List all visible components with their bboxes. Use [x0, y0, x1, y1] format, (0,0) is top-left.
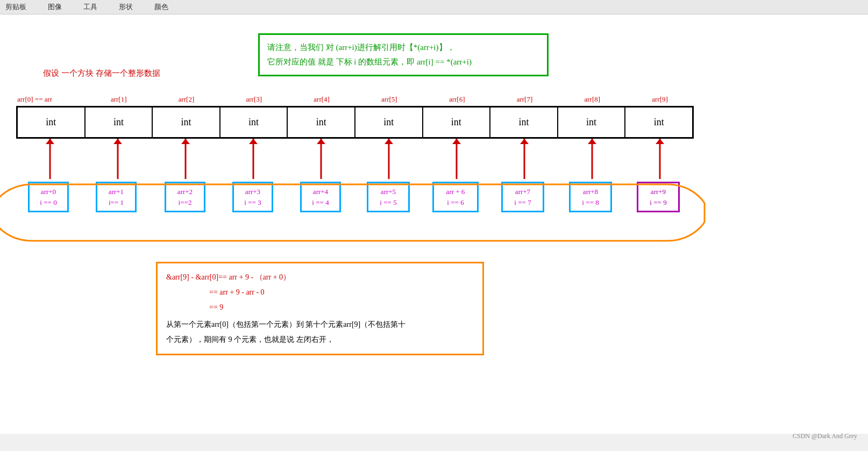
toolbar: 剪贴板 图像 工具 形状 颜色	[0, 0, 868, 15]
toolbar-colors: 颜色	[154, 2, 168, 12]
toolbar-tools: 工具	[83, 2, 97, 12]
assumption-text: 假设 一个方块 存储一个整形数据	[43, 68, 160, 78]
watermark: CSDN @Dark And Grey	[793, 432, 857, 434]
toolbar-image: 图像	[48, 2, 62, 12]
label-0: arr[0] == arr	[16, 95, 85, 104]
formula-line5: 个元素），期间有 9 个元素，也就是说 左闭右开，	[166, 332, 474, 347]
cell-3: int	[220, 108, 288, 137]
labels-row: arr[0] == arr arr[1] arr[2] arr[3] arr[4…	[16, 95, 694, 104]
label-5: arr[5]	[355, 95, 423, 104]
formula-line4: 从第一个元素arr[0]（包括第一个元素）到 第十个元素arr[9]（不包括第十	[166, 317, 474, 332]
cell-5: int	[355, 108, 423, 137]
orange-enclosure-svg	[0, 166, 710, 252]
svg-marker-17	[588, 139, 596, 144]
array-row: int int int int int int int int int int	[16, 106, 694, 139]
cell-1: int	[86, 108, 153, 137]
svg-marker-15	[520, 139, 529, 144]
formula-line2: == arr + 9 - arr - 0	[166, 285, 474, 300]
cell-6: int	[423, 108, 491, 137]
formula-line3: == 9	[166, 300, 474, 315]
notice-line1: 请注意，当我们 对 (arr+i)进行解引用时【*(arr+i)】，	[267, 40, 539, 55]
toolbar-shapes: 形状	[119, 2, 133, 12]
cell-9: int	[625, 108, 692, 137]
svg-marker-11	[385, 139, 393, 144]
svg-marker-19	[656, 139, 664, 144]
svg-marker-7	[249, 139, 258, 144]
label-7: arr[7]	[491, 95, 559, 104]
cell-7: int	[490, 108, 558, 137]
svg-marker-13	[452, 139, 461, 144]
notice-box: 请注意，当我们 对 (arr+i)进行解引用时【*(arr+i)】， 它所对应的…	[258, 33, 549, 76]
svg-marker-9	[317, 139, 325, 144]
formula-box: &arr[9] - &arr[0]== arr + 9 - （arr + 0） …	[156, 262, 484, 355]
label-4: arr[4]	[288, 95, 355, 104]
cell-4: int	[288, 108, 355, 137]
svg-marker-5	[181, 139, 190, 144]
label-1: arr[1]	[85, 95, 153, 104]
svg-marker-3	[113, 139, 122, 144]
notice-line2: 它所对应的值 就是 下标 i 的数组元素，即 arr[i] == *(arr+i…	[267, 55, 539, 69]
toolbar-clipboard: 剪贴板	[5, 2, 26, 12]
label-3: arr[3]	[220, 95, 288, 104]
label-9: arr[9]	[626, 95, 694, 104]
label-8: arr[8]	[558, 95, 626, 104]
formula-line1: &arr[9] - &arr[0]== arr + 9 - （arr + 0）	[166, 270, 474, 285]
label-6: arr[6]	[423, 95, 491, 104]
main-content: 请注意，当我们 对 (arr+i)进行解引用时【*(arr+i)】， 它所对应的…	[0, 15, 868, 434]
svg-marker-1	[46, 139, 54, 144]
cell-2: int	[153, 108, 220, 137]
cell-8: int	[558, 108, 626, 137]
label-2: arr[2]	[153, 95, 220, 104]
array-section: arr[0] == arr arr[1] arr[2] arr[3] arr[4…	[16, 95, 694, 246]
arrows-area: arr+0 i == 0 arr+1 i== 1 arr+2 i==2 arr+…	[16, 139, 694, 246]
cell-0: int	[18, 108, 86, 137]
